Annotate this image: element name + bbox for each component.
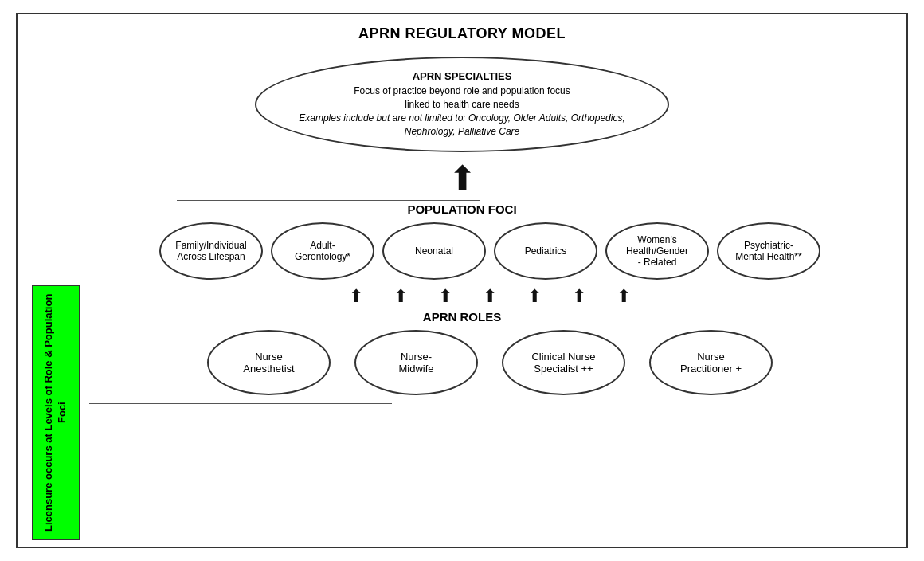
pop-ellipse-womens: Women'sHealth/Gender- Related [605, 222, 709, 280]
population-title: POPULATION FOCI [18, 202, 906, 216]
population-section: POPULATION FOCI Family/IndividualAcross … [18, 202, 906, 280]
roles-title: APRN ROLES [18, 310, 906, 324]
pop-ellipse-adult: Adult-Gerontology* [271, 222, 374, 280]
arrow-7: ⬆ [617, 286, 631, 307]
arrow-5: ⬆ [527, 286, 542, 307]
diagram-container: APRN REGULATORY MODEL APRN SPECIALTIES F… [16, 13, 908, 548]
roles-section: APRN ROLES NurseAnesthetist Nurse-Midwif… [18, 310, 906, 395]
roles-ellipses: NurseAnesthetist Nurse-Midwife Clinical … [18, 330, 906, 395]
role-ellipse-midwife: Nurse-Midwife [354, 330, 478, 395]
role-ellipse-anesthetist: NurseAnesthetist [207, 330, 331, 395]
top-horizontal-line [177, 200, 480, 201]
pop-ellipse-neonatal: Neonatal [382, 222, 486, 280]
specialties-ellipse: APRN SPECIALTIES Focus of practice beyon… [255, 57, 669, 152]
arrow-6: ⬆ [572, 286, 586, 307]
specialties-title: APRN SPECIALTIES [413, 70, 512, 82]
specialties-section: APRN SPECIALTIES Focus of practice beyon… [18, 57, 906, 152]
bottom-horizontal-line [89, 403, 392, 404]
pop-ellipse-family: Family/IndividualAcross Lifespan [159, 222, 263, 280]
main-title: APRN REGULATORY MODEL [18, 14, 906, 42]
arrow-2: ⬆ [393, 286, 408, 307]
big-arrow-section: ⬆ [18, 162, 906, 195]
arrow-3: ⬆ [438, 286, 452, 307]
arrow-1: ⬆ [349, 286, 363, 307]
small-arrows-row: ⬆ ⬆ ⬆ ⬆ ⬆ ⬆ ⬆ [18, 280, 906, 307]
green-sidebar: Licensure occurs at Levels of Role & Pop… [32, 285, 80, 540]
pop-ellipse-pediatrics: Pediatrics [494, 222, 597, 280]
arrow-4: ⬆ [483, 286, 497, 307]
role-ellipse-cns: Clinical NurseSpecialist ++ [502, 330, 625, 395]
role-ellipse-np: NursePractitioner + [649, 330, 773, 395]
big-arrow-icon: ⬆ [448, 162, 476, 195]
pop-ellipse-psychiatric: Psychiatric-Mental Health** [717, 222, 820, 280]
population-ellipses: Family/IndividualAcross Lifespan Adult-G… [18, 222, 906, 280]
sidebar-text: Licensure occurs at Levels of Role & Pop… [42, 286, 69, 539]
specialties-text: Focus of practice beyond role and popula… [299, 84, 625, 138]
